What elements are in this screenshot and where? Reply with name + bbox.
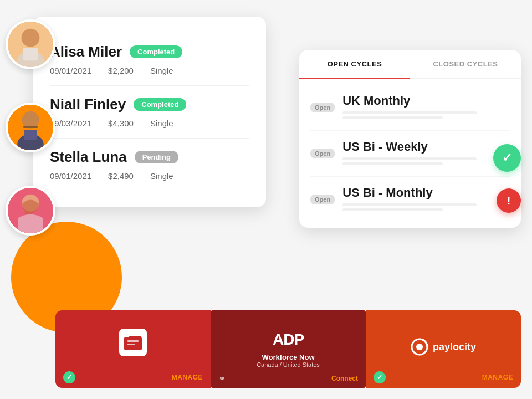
cycle-underline-2a [342, 157, 477, 160]
employee-name-1: Alisa Miler [50, 43, 122, 60]
payroll-name: PAYROLL CONNECT [109, 360, 157, 366]
cycle-underline-3b [342, 208, 443, 211]
svg-rect-3 [23, 48, 38, 60]
svg-rect-6 [23, 126, 38, 128]
payroll-logo-box [119, 329, 147, 356]
cycle-underline-3a [342, 203, 477, 206]
avatar-alisa [6, 19, 55, 69]
paylocity-footer: ✓ MANAGE [366, 367, 521, 388]
tab-closed-cycles[interactable]: CLOSED CYCLES [410, 50, 521, 78]
employee-type-3: Single [150, 171, 173, 181]
status-badge-3: Pending [135, 151, 178, 163]
cycle-badge-2: Open [310, 149, 335, 158]
payroll-manage-button[interactable]: MANAGE [172, 374, 203, 381]
tab-open-cycles[interactable]: OPEN CYCLES [299, 50, 410, 78]
payroll-logo: PAYROLL CONNECT [109, 329, 157, 366]
employee-amount-1: $2,200 [108, 66, 134, 75]
employee-date-1: 09/01/2021 [50, 66, 91, 75]
check-mark: ✓ [502, 151, 512, 165]
cycle-item-3: Open US Bi - Monthly [310, 177, 510, 222]
status-check-icon: ✓ [493, 144, 521, 172]
cycle-underline-1a [342, 111, 477, 114]
cycles-panel: OPEN CYCLES CLOSED CYCLES Open UK Monthl… [299, 50, 521, 228]
employee-amount-2: $4,300 [108, 119, 134, 128]
cycle-item-2: Open US Bi - Weekly [310, 131, 510, 177]
adp-logo: ADP [273, 331, 304, 349]
adp-name: ADP [273, 331, 304, 349]
cycle-underline-1b [342, 116, 443, 119]
svg-point-1 [22, 29, 40, 47]
integration-paylocity[interactable]: paylocity ✓ MANAGE [366, 310, 521, 388]
employee-row-1: Alisa Miler Completed 09/01/2021 $2,200 … [50, 33, 249, 86]
employee-name-3: Stella Luna [50, 149, 127, 166]
employee-row-3: Stella Luna Pending 09/01/2021 $2,490 Si… [50, 139, 249, 191]
cycle-content-2: US Bi - Weekly [342, 140, 510, 167]
integration-payroll[interactable]: PAYROLL CONNECT ✓ MANAGE [55, 310, 211, 388]
cycle-name-2: US Bi - Weekly [342, 140, 510, 154]
employee-card: Alisa Miler Completed 09/01/2021 $2,200 … [33, 17, 266, 207]
employee-date-3: 09/01/2021 [50, 171, 91, 181]
employee-type-1: Single [150, 66, 173, 75]
status-alert-icon: ! [497, 188, 521, 213]
alert-mark: ! [507, 195, 511, 207]
paylocity-manage-button[interactable]: MANAGE [482, 374, 513, 381]
adp-link-icon: ⚭ [218, 373, 226, 383]
cycle-content-3: US Bi - Monthly [342, 186, 510, 213]
paylocity-check-icon: ✓ [374, 371, 386, 383]
adp-footer: ⚭ Connect [211, 369, 366, 388]
payroll-folder-icon [123, 332, 143, 352]
adp-connect-button[interactable]: Connect [331, 375, 358, 382]
cycle-name-3: US Bi - Monthly [342, 186, 510, 200]
employee-amount-3: $2,490 [108, 171, 134, 181]
cycle-name-1: UK Monthly [342, 94, 510, 108]
cycles-list: Open UK Monthly Open US Bi - Weekly [299, 79, 521, 228]
employee-name-2: Niall Finley [50, 96, 126, 113]
svg-rect-12 [127, 340, 139, 342]
avatar-stella [6, 186, 55, 236]
paylocity-name-text: paylocity [411, 338, 476, 356]
avatar-niall [6, 103, 55, 152]
paylocity-icon [411, 338, 428, 356]
payroll-footer: ✓ MANAGE [55, 367, 211, 388]
payroll-check-icon: ✓ [63, 371, 75, 383]
svg-rect-13 [127, 344, 135, 345]
cycle-badge-3: Open [310, 195, 335, 204]
paylocity-logo: paylocity [411, 338, 476, 356]
adp-subtitle: Workforce Now [262, 353, 314, 361]
cycle-badge-1: Open [310, 103, 335, 112]
integration-adp[interactable]: ADP Workforce Now Canada / United States… [211, 310, 366, 388]
adp-region: Canada / United States [257, 361, 320, 368]
svg-point-5 [22, 111, 39, 129]
cycle-item-1: Open UK Monthly [310, 85, 510, 131]
cycles-tabs: OPEN CYCLES CLOSED CYCLES [299, 50, 521, 79]
employee-type-2: Single [150, 119, 173, 128]
status-badge-1: Completed [130, 45, 182, 58]
cycle-content-1: UK Monthly [342, 94, 510, 121]
status-badge-2: Completed [134, 98, 186, 111]
integrations-row: PAYROLL CONNECT ✓ MANAGE ADP Workforce N… [55, 310, 521, 388]
svg-rect-8 [24, 130, 37, 140]
employee-row-2: Niall Finley Completed 09/03/2021 $4,300… [50, 86, 249, 139]
svg-point-15 [416, 344, 423, 350]
employee-date-2: 09/03/2021 [50, 119, 91, 128]
cycle-underline-2b [342, 162, 443, 165]
